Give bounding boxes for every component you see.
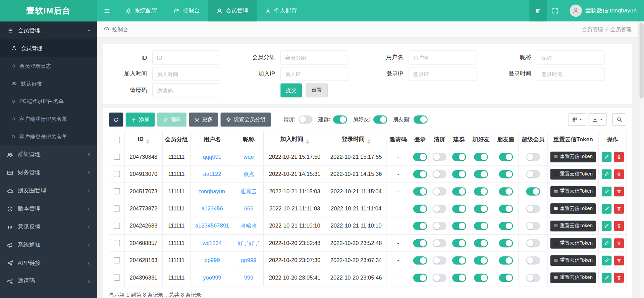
user-wechat-label[interactable]: 壹软微信:tongbayun xyxy=(585,7,637,14)
submit-button[interactable]: 提交 xyxy=(280,84,302,98)
login-toggle[interactable] xyxy=(413,153,427,161)
row-checkbox[interactable] xyxy=(114,171,120,177)
nickname-link[interactable]: 666 xyxy=(244,205,254,211)
avatar[interactable] xyxy=(570,4,582,17)
nav-item-console[interactable]: 控制台 xyxy=(165,0,208,21)
delete-row-button[interactable] xyxy=(614,186,624,196)
select-all-checkbox[interactable] xyxy=(114,137,120,143)
delete-row-button[interactable] xyxy=(614,152,624,161)
clear-screen-toggle[interactable] xyxy=(432,170,446,178)
moments-toggle[interactable] xyxy=(499,187,513,195)
row-checkbox[interactable] xyxy=(114,275,120,281)
sidebar-subitem-default-friends[interactable]: 默认好友 xyxy=(0,75,97,93)
super-member-toggle[interactable] xyxy=(526,187,540,195)
username-link[interactable]: aa1122 xyxy=(203,171,221,177)
moments-toggle[interactable] xyxy=(413,115,427,123)
reset-token-button[interactable]: 重置云信Token xyxy=(550,169,596,180)
delete-row-button[interactable] xyxy=(614,221,624,231)
delete-row-button[interactable] xyxy=(614,204,624,213)
add-friend-toggle[interactable] xyxy=(474,256,488,264)
sidebar-item-finance-management[interactable]: 财务管理 xyxy=(0,163,97,182)
breadcrumb-parent[interactable]: 会员管理 xyxy=(582,26,603,33)
add-button[interactable]: 添加 xyxy=(126,113,155,127)
clear-screen-toggle[interactable] xyxy=(432,204,446,212)
edit-row-button[interactable] xyxy=(601,255,611,265)
breadcrumb-section[interactable]: 控制台 xyxy=(112,26,128,33)
add-friend-toggle[interactable] xyxy=(474,153,488,161)
username-link[interactable]: a123456 xyxy=(201,205,223,211)
moments-toggle[interactable] xyxy=(499,153,513,161)
clear-screen-toggle[interactable] xyxy=(432,187,446,195)
reset-button[interactable]: 重置 xyxy=(306,84,328,98)
row-checkbox[interactable] xyxy=(114,240,120,246)
edit-row-button[interactable] xyxy=(601,204,611,213)
set-member-group-button[interactable]: 设置会员分组 xyxy=(221,113,271,127)
edit-row-button[interactable] xyxy=(601,152,611,161)
vertical-scrollbar[interactable] xyxy=(638,21,644,298)
sidebar-subitem-client-register-ip-blacklist[interactable]: 客户端注册IP黑名单 xyxy=(0,110,97,128)
sidebar-item-group-management[interactable]: 群组管理 xyxy=(0,145,97,163)
create-group-toggle[interactable] xyxy=(452,153,466,161)
reset-token-button[interactable]: 重置云信Token xyxy=(550,238,596,248)
row-checkbox[interactable] xyxy=(114,188,120,194)
trash-button[interactable] xyxy=(529,0,546,21)
row-checkbox[interactable] xyxy=(114,257,120,263)
table-search-button[interactable] xyxy=(612,113,627,126)
create-group-toggle[interactable] xyxy=(452,256,466,264)
edit-row-button[interactable] xyxy=(601,238,611,248)
nickname-input[interactable] xyxy=(537,51,604,65)
username-link[interactable]: a1234567891 xyxy=(195,223,229,229)
login-ip-input[interactable] xyxy=(409,67,476,81)
create-group-toggle[interactable] xyxy=(452,170,466,178)
add-friend-toggle[interactable] xyxy=(474,274,488,282)
clear-screen-toggle[interactable] xyxy=(299,115,313,123)
login-toggle[interactable] xyxy=(413,274,427,282)
add-friend-toggle[interactable] xyxy=(474,204,488,212)
login-toggle[interactable] xyxy=(413,239,427,247)
columns-button[interactable] xyxy=(568,113,586,126)
add-friend-toggle[interactable] xyxy=(474,187,488,195)
sidebar-subitem-pc-login-ip-whitelist[interactable]: PC端登录IP白名单 xyxy=(0,93,97,110)
row-checkbox[interactable] xyxy=(114,223,120,229)
reset-token-button[interactable]: 重置云信Token xyxy=(550,220,596,231)
moments-toggle[interactable] xyxy=(499,274,513,282)
super-member-toggle[interactable] xyxy=(526,153,540,161)
nav-item-personal-config[interactable]: 个人配置 xyxy=(257,0,305,21)
clear-screen-toggle[interactable] xyxy=(432,256,446,264)
sidebar-subitem-member-management-sub[interactable]: 会员管理 xyxy=(0,40,97,57)
reset-token-button[interactable]: 重置云信Token xyxy=(550,186,596,197)
sidebar-subitem-client-login-ip-blacklist[interactable]: 客户端登录IP黑名单 xyxy=(0,128,97,146)
edit-row-button[interactable] xyxy=(601,272,611,282)
username-link[interactable]: pp999 xyxy=(204,257,220,263)
super-member-toggle[interactable] xyxy=(526,274,540,282)
moments-toggle[interactable] xyxy=(499,222,513,230)
clear-screen-toggle[interactable] xyxy=(432,153,446,161)
refresh-button[interactable] xyxy=(109,113,123,127)
create-group-toggle[interactable] xyxy=(452,204,466,212)
reset-token-button[interactable]: 重置云信Token xyxy=(550,272,596,283)
column-header-join_time[interactable]: 加入时间 xyxy=(264,131,326,148)
create-group-toggle[interactable] xyxy=(333,115,347,123)
delete-row-button[interactable] xyxy=(614,272,624,282)
sidebar-item-feedback[interactable]: 意见反馈 xyxy=(0,218,97,236)
super-member-toggle[interactable] xyxy=(526,170,540,178)
clear-screen-toggle[interactable] xyxy=(432,239,446,247)
edit-row-button[interactable] xyxy=(601,169,611,179)
delete-row-button[interactable] xyxy=(614,255,624,265)
delete-row-button[interactable] xyxy=(614,169,624,179)
join-time-input[interactable] xyxy=(152,67,220,81)
invite-code-input[interactable] xyxy=(152,84,220,98)
row-checkbox[interactable] xyxy=(114,206,120,212)
login-toggle[interactable] xyxy=(413,204,427,212)
nickname-link[interactable]: wqe xyxy=(244,154,254,160)
super-member-toggle[interactable] xyxy=(526,204,540,212)
moments-toggle[interactable] xyxy=(499,204,513,212)
username-input[interactable] xyxy=(409,51,476,65)
nickname-link[interactable]: 好了好了 xyxy=(237,240,260,246)
sidebar-item-moments-management[interactable]: 朋友圈管理 xyxy=(0,182,97,200)
column-header-login_time[interactable]: 登录时间 xyxy=(326,131,386,148)
edit-button[interactable]: 编辑 xyxy=(157,113,186,127)
login-toggle[interactable] xyxy=(413,187,427,195)
add-friend-toggle[interactable] xyxy=(474,222,488,230)
nickname-link[interactable]: 点点 xyxy=(243,171,254,177)
